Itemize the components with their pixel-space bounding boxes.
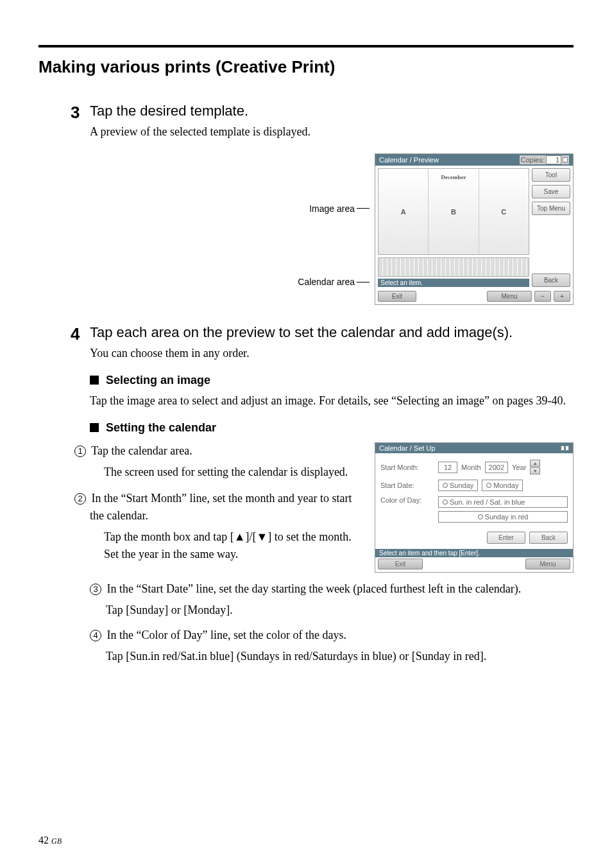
step-3-text: In the “Start Date” line, set the day st… (107, 582, 522, 595)
setting-calendar-section: Setting the calendar (90, 421, 574, 435)
step3-text: A preview of the selected template is di… (90, 123, 574, 141)
radio-icon (486, 483, 491, 488)
callout-line-icon (357, 282, 370, 282)
circled-4-icon: 4 (90, 630, 101, 641)
setup-indicator-icon (561, 446, 569, 451)
enter-button[interactable]: Enter (487, 532, 525, 544)
preview-figure: Image area Calendar area Calendar / Prev… (38, 153, 574, 305)
copies-value: 1 (546, 155, 561, 164)
step-4-text: In the “Color of Day” line, set the colo… (107, 629, 346, 641)
page-number: 42 GB (38, 835, 62, 846)
menu-button[interactable]: Menu (487, 291, 532, 302)
step3-heading: Tap the desired template. (90, 103, 574, 119)
copies-indicator-icon (563, 157, 568, 162)
year-unit-label: Year (512, 464, 526, 471)
save-button[interactable]: Save (532, 185, 570, 198)
circled-3-icon: 3 (90, 584, 101, 595)
radio-icon (478, 514, 483, 519)
step-2-cont: Tap the month box and tap [▲]/[▼] to set… (104, 528, 362, 563)
circled-1-icon: 1 (74, 446, 86, 457)
month-input[interactable]: 12 (438, 462, 457, 473)
selecting-image-section: Selecting an image Tap the image area to… (90, 374, 574, 410)
status-bar: Select an item. (378, 279, 529, 287)
start-month-label: Start Month: (380, 464, 434, 471)
step-3-cont: Tap [Sunday] or [Monday]. (106, 602, 574, 619)
step-2-text: In the “Start Month” line, set the month… (90, 492, 352, 522)
plus-button[interactable]: + (554, 291, 570, 302)
preview-title: Calendar / Preview (379, 156, 439, 164)
color-option-2[interactable]: Sunday in red (438, 511, 568, 523)
selecting-image-text: Tap the image area to select and adjust … (90, 392, 574, 410)
exit-button[interactable]: Exit (378, 291, 416, 302)
stepper-down-icon[interactable]: ▼ (530, 467, 540, 474)
stepper-up-icon[interactable]: ▲ (530, 460, 540, 467)
menu-button[interactable]: Menu (525, 559, 570, 569)
color-of-day-label: Color of Day: (380, 496, 434, 504)
setup-status-bar: Select an item and then tap [Enter]. (375, 549, 573, 557)
image-slot-c[interactable]: C (479, 169, 529, 254)
square-bullet-icon (90, 423, 99, 432)
year-input[interactable]: 2002 (485, 462, 508, 473)
callout-line-icon (357, 208, 370, 209)
radio-icon (443, 483, 448, 488)
setting-calendar-heading: Setting the calendar (90, 421, 574, 435)
step4-text: You can choose them in any order. (90, 345, 574, 362)
calendar-area[interactable] (378, 257, 529, 277)
step-4-cont: Tap [Sun.in red/Sat.in blue] (Sundays in… (106, 648, 574, 665)
callout-image-area: Image area (309, 204, 355, 214)
top-menu-button[interactable]: Top Menu (532, 202, 570, 215)
calendar-preview-window: Calendar / Preview Copies: 1 December A … (375, 153, 574, 305)
back-button[interactable]: Back (529, 532, 568, 544)
square-bullet-icon (90, 376, 99, 385)
calendar-setup-window: Calendar / Set Up Start Month: 12 Month … (375, 442, 574, 573)
selecting-image-heading: Selecting an image (90, 374, 574, 387)
circled-2-icon: 2 (74, 493, 86, 505)
color-option-1[interactable]: Sun. in red / Sat. in blue (438, 496, 568, 508)
copies-label: Copies: (521, 156, 545, 164)
step-1-text: Tap the calendar area. (91, 444, 192, 457)
month-unit-label: Month (461, 464, 481, 471)
callout-calendar-area: Calendar area (298, 277, 355, 287)
image-slot-b[interactable]: B (429, 169, 479, 254)
setup-title: Calendar / Set Up (379, 444, 435, 452)
step-1-cont: The screen used for setting the calendar… (104, 464, 362, 481)
minus-button[interactable]: − (534, 291, 551, 302)
step-3-item: 3 In the “Start Date” line, set the day … (90, 580, 574, 598)
monday-option[interactable]: Monday (482, 480, 523, 491)
header-rule (38, 45, 574, 48)
back-button[interactable]: Back (532, 273, 570, 287)
sunday-option[interactable]: Sunday (438, 480, 478, 491)
value-stepper: ▲ ▼ (530, 460, 540, 474)
page-title: Making various prints (Creative Print) (38, 57, 574, 77)
step-3: 3 Tap the desired template. A preview of… (71, 103, 574, 141)
step-number-3: 3 (71, 103, 90, 141)
step-4: 4 Tap each area on the preview to set th… (71, 324, 574, 362)
step4-heading: Tap each area on the preview to set the … (90, 324, 574, 341)
image-area[interactable]: December A B C (378, 168, 529, 255)
radio-icon (443, 499, 448, 505)
tool-button[interactable]: Tool (532, 168, 570, 182)
start-date-label: Start Date: (380, 482, 434, 489)
preview-month-label: December (378, 174, 529, 180)
step-number-4: 4 (71, 324, 90, 362)
step-4-item: 4 In the “Color of Day” line, set the co… (90, 627, 574, 644)
image-slot-a[interactable]: A (378, 169, 429, 254)
exit-button[interactable]: Exit (378, 559, 423, 569)
